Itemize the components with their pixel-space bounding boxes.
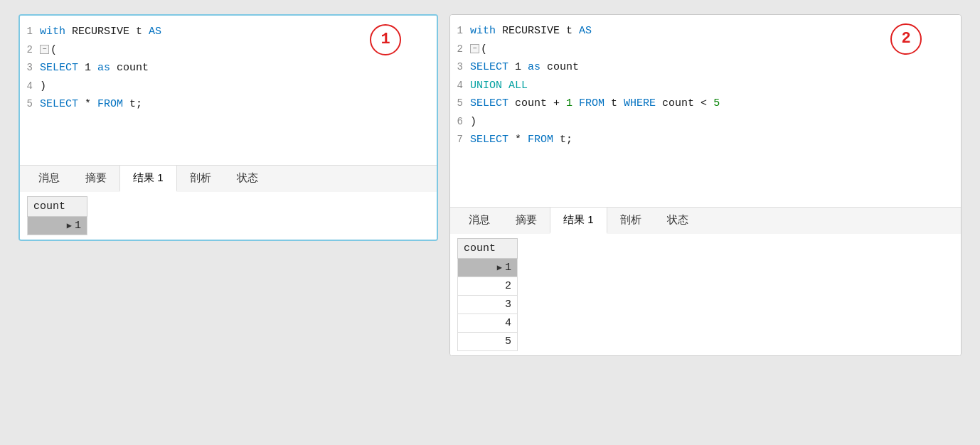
token: as: [528, 61, 540, 73]
token: count: [540, 61, 579, 73]
token: AS: [579, 25, 592, 37]
tab-2-summary[interactable]: 摘要: [503, 208, 550, 234]
code-line-6: 6): [450, 113, 961, 132]
code-line-7: 7 SELECT * FROM t;: [450, 131, 961, 149]
code-editor-2: 1with RECURSIVE t AS2−(3 SELECT 1 as cou…: [450, 15, 961, 207]
token: count: [110, 62, 149, 74]
line-number: 2: [450, 41, 470, 58]
token: FROM: [579, 97, 604, 109]
tabs-bar-2: 消息 摘要 结果 1 剖析 状态: [450, 207, 961, 234]
token: WHERE: [624, 97, 656, 109]
token: RECURSIVE t: [496, 25, 579, 37]
token: ): [470, 116, 476, 128]
tab-1-messages[interactable]: 消息: [26, 166, 73, 192]
token: 1: [78, 62, 97, 74]
token: FROM: [97, 98, 123, 110]
token: RECURSIVE t: [65, 26, 149, 38]
token: t;: [553, 134, 572, 146]
line-number: 5: [20, 96, 40, 113]
tab-2-messages[interactable]: 消息: [456, 208, 503, 234]
line-content: ): [470, 113, 955, 132]
col-header-count-2: count: [458, 239, 518, 259]
badge-2: 2: [890, 23, 922, 55]
tab-2-status[interactable]: 状态: [654, 208, 701, 234]
table-row[interactable]: 5: [458, 333, 518, 351]
line-number: 3: [450, 59, 470, 76]
row-indicator-icon: ▶: [497, 262, 502, 273]
tab-1-status[interactable]: 状态: [224, 166, 271, 192]
result-table-2: count ▶12345: [457, 238, 518, 351]
token: with: [40, 26, 65, 38]
code-line-3: 3 SELECT 1 as count: [20, 59, 437, 77]
line-number: 7: [450, 132, 470, 149]
code-line-4: 4 UNION ALL: [450, 77, 961, 95]
token: (: [481, 43, 487, 55]
line-number: 1: [20, 23, 40, 41]
token: SELECT: [470, 134, 508, 146]
token: 1: [566, 97, 572, 109]
row-indicator-icon: ▶: [67, 220, 72, 231]
token: UNION ALL: [470, 80, 528, 92]
table-row[interactable]: 4: [458, 314, 518, 333]
code-line-4: 4 ): [20, 77, 437, 96]
row-value: 1: [505, 262, 511, 274]
token: *: [508, 134, 528, 146]
tab-1-result1[interactable]: 结果 1: [119, 165, 177, 192]
line-content: SELECT 1 as count: [40, 59, 431, 77]
table-row[interactable]: ▶1: [28, 217, 87, 235]
line-number: 5: [450, 95, 470, 112]
token: as: [97, 62, 110, 74]
token: 1: [508, 61, 528, 73]
token: *: [78, 98, 97, 110]
cell-value: 2: [458, 277, 518, 296]
line-content: with RECURSIVE t AS: [470, 22, 955, 41]
cell-value: 4: [458, 314, 518, 333]
line-number: 3: [20, 60, 40, 77]
token: 5: [713, 97, 720, 109]
line-number: 6: [450, 114, 470, 131]
tab-2-profile[interactable]: 剖析: [607, 208, 654, 234]
line-number: 4: [450, 77, 470, 95]
line-content: −(: [470, 41, 955, 59]
tab-1-summary[interactable]: 摘要: [73, 166, 119, 192]
line-content: SELECT * FROM t;: [40, 95, 431, 114]
line-content: SELECT count + 1 FROM t WHERE count < 5: [470, 95, 955, 113]
token: [572, 97, 579, 109]
line-number: 1: [450, 23, 470, 40]
line-content: UNION ALL: [470, 77, 955, 95]
token: SELECT: [40, 62, 78, 74]
code-line-3: 3 SELECT 1 as count: [450, 58, 961, 77]
table-row[interactable]: 2: [458, 277, 518, 296]
table-row[interactable]: ▶1: [458, 259, 518, 277]
token: SELECT: [470, 97, 508, 109]
cell-value: 5: [458, 333, 518, 351]
code-line-2: 2−(: [450, 41, 961, 59]
tabs-bar-1: 消息 摘要 结果 1 剖析 状态: [20, 165, 437, 192]
cell-value: 3: [458, 296, 518, 314]
line-number: 4: [20, 78, 40, 95]
tab-1-profile[interactable]: 剖析: [177, 166, 224, 192]
tab-2-result1[interactable]: 结果 1: [550, 207, 607, 234]
collapse-button[interactable]: −: [40, 45, 49, 54]
token: SELECT: [40, 98, 78, 110]
code-line-1: 1with RECURSIVE t AS: [450, 22, 961, 41]
code-line-5: 5 SELECT * FROM t;: [20, 95, 437, 114]
token: AS: [149, 26, 161, 38]
token: t: [604, 97, 624, 109]
token: (: [50, 44, 57, 56]
cell-value: ▶1: [458, 259, 518, 277]
collapse-button[interactable]: −: [470, 44, 479, 53]
token: ): [40, 80, 46, 92]
line-content: SELECT 1 as count: [470, 58, 955, 77]
cell-value: ▶1: [28, 217, 87, 235]
row-value: 1: [75, 220, 81, 232]
line-content: ): [40, 77, 431, 96]
code-line-5: 5 SELECT count + 1 FROM t WHERE count < …: [450, 95, 961, 113]
line-content: SELECT * FROM t;: [470, 131, 955, 149]
token: t;: [123, 98, 142, 110]
token: count <: [656, 97, 713, 109]
results-area-1: count ▶1: [20, 192, 437, 240]
token: with: [470, 25, 496, 37]
result-table-1: count ▶1: [27, 196, 87, 235]
table-row[interactable]: 3: [458, 296, 518, 314]
